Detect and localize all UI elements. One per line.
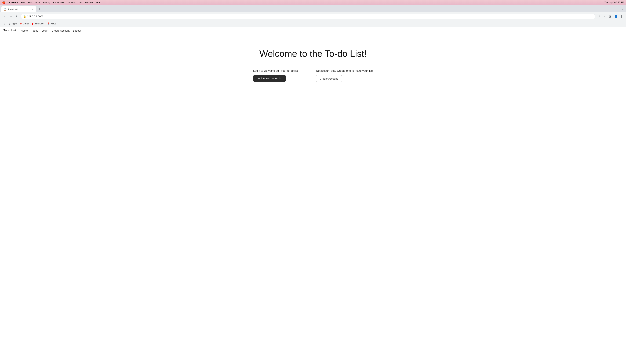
login-card-text: Login to view and edit your to-do list. (253, 69, 299, 72)
page-content: Todo List Home Todos Login Create Accoun… (0, 27, 626, 360)
gmail-icon: M (20, 22, 22, 25)
menubar-help[interactable]: Help (96, 1, 101, 4)
tab-bar-chevron-icon[interactable]: ⌄ (621, 7, 625, 11)
maps-icon: 📍 (47, 22, 50, 25)
more-options-icon[interactable]: ⋮ (619, 14, 624, 19)
share-icon[interactable]: ⬆ (597, 14, 602, 19)
create-account-action-card: No account yet? Create one to make your … (316, 69, 373, 82)
back-button[interactable]: ← (2, 14, 7, 19)
app-navbar: Todo List Home Todos Login Create Accoun… (0, 27, 626, 34)
tab-favicon-icon: 📋 (3, 8, 6, 11)
new-tab-button[interactable]: + (37, 7, 42, 12)
forward-button[interactable]: → (8, 14, 13, 19)
nav-logout[interactable]: Logout (73, 29, 81, 32)
nav-login[interactable]: Login (42, 29, 48, 32)
menubar-file[interactable]: File (21, 1, 25, 4)
bookmarks-bar: ⋮⋮⋮ Apps M Gmail ▶ YouTube 📍 Maps (0, 21, 626, 27)
bookmark-youtube[interactable]: ▶ YouTube (31, 22, 45, 26)
login-action-card: Login to view and edit your to-do list. … (253, 69, 299, 82)
bookmark-youtube-label: YouTube (35, 23, 43, 25)
menubar-right-icons: Tue May 10 3:26 PM (605, 1, 624, 4)
bookmark-maps[interactable]: 📍 Maps (46, 22, 58, 26)
menubar-view[interactable]: View (35, 1, 40, 4)
action-section: Login to view and edit your to-do list. … (0, 69, 626, 82)
macos-menubar: 🍎 Chrome File Edit View History Bookmark… (0, 0, 626, 5)
reload-button[interactable]: ↻ (15, 14, 20, 19)
nav-create-account[interactable]: Create Account (52, 29, 70, 32)
nav-home[interactable]: Home (21, 29, 28, 32)
tab-bar-right-controls: ⌄ (621, 7, 625, 12)
bookmark-gmail-label: Gmail (23, 23, 29, 25)
welcome-heading: Welcome to the To-do List! (259, 48, 367, 59)
address-bar: ← → ↻ 🔒 127.0.0.1:5000 ⬆ ☆ ▣ 👤 ⋮ (0, 12, 626, 21)
main-content: Welcome to the To-do List! Login to view… (0, 34, 626, 82)
login-view-button[interactable]: Login/View To-do List! (253, 75, 286, 82)
nav-todos[interactable]: Todos (31, 29, 38, 32)
menubar-edit[interactable]: Edit (28, 1, 32, 4)
tab-close-button[interactable]: × (31, 8, 34, 11)
menubar-history[interactable]: History (43, 1, 50, 4)
menubar-app-name[interactable]: Chrome (9, 1, 18, 4)
url-text: 127.0.0.1:5000 (27, 15, 593, 18)
apps-icon: ⋮⋮⋮ (3, 22, 11, 25)
active-tab[interactable]: 📋 Todo List! × (1, 6, 36, 12)
bookmark-gmail[interactable]: M Gmail (19, 22, 30, 26)
bookmark-apps-label: Apps (12, 23, 17, 25)
menubar-window[interactable]: Window (85, 1, 93, 4)
bookmark-apps[interactable]: ⋮⋮⋮ Apps (2, 22, 18, 26)
sidebar-icon[interactable]: ▣ (608, 14, 613, 19)
tab-title: Todo List! (8, 8, 30, 11)
lock-icon: 🔒 (23, 15, 26, 18)
app-brand: Todo List (3, 29, 16, 32)
tab-bar: 📋 Todo List! × + ⌄ (0, 5, 626, 12)
profile-icon[interactable]: 👤 (613, 14, 618, 19)
bookmark-star-icon[interactable]: ☆ (602, 14, 607, 19)
address-bar-right-icons: ⬆ ☆ ▣ 👤 ⋮ (597, 14, 624, 19)
menubar-profiles[interactable]: Profiles (68, 1, 75, 4)
apple-menu-icon[interactable]: 🍎 (2, 1, 5, 4)
create-account-button[interactable]: Create Account! (316, 75, 342, 82)
create-account-card-text: No account yet? Create one to make your … (316, 69, 373, 72)
menubar-bookmarks[interactable]: Bookmarks (53, 1, 64, 4)
url-bar[interactable]: 🔒 127.0.0.1:5000 (21, 14, 595, 19)
chrome-window: 📋 Todo List! × + ⌄ ← → ↻ 🔒 127.0.0.1:500… (0, 5, 626, 360)
menubar-tab[interactable]: Tab (78, 1, 82, 4)
menubar-datetime: Tue May 10 3:26 PM (605, 1, 624, 4)
youtube-icon: ▶ (32, 22, 34, 25)
bookmark-maps-label: Maps (51, 23, 56, 25)
